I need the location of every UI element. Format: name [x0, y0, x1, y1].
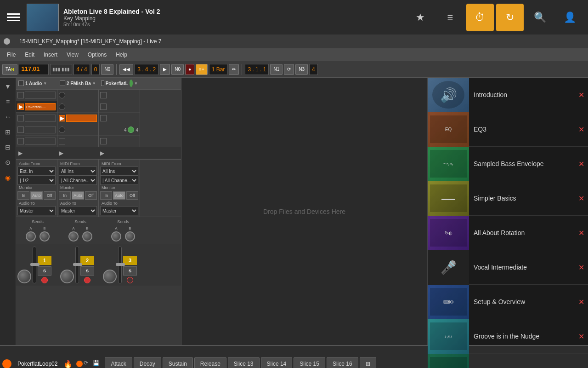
- mode-n0[interactable]: N0: [101, 64, 113, 75]
- fader-handle-2[interactable]: [73, 263, 82, 266]
- fader-handle-3[interactable]: [116, 263, 125, 266]
- clip-activate-1-1[interactable]: [17, 92, 24, 98]
- tab-slice16[interactable]: Slice 16: [327, 357, 358, 368]
- clip-slot-3-2[interactable]: [99, 101, 140, 113]
- menu-options[interactable]: Options: [83, 50, 111, 60]
- lesson-close-intro[interactable]: ✕: [574, 78, 588, 112]
- lesson-close-eq3[interactable]: ✕: [574, 112, 588, 147]
- audio-from-select[interactable]: Ext. In: [17, 167, 56, 176]
- tab-decay[interactable]: Decay: [134, 357, 161, 368]
- instr-save-icon[interactable]: 💾: [93, 360, 101, 368]
- monitor-in-3[interactable]: In: [100, 191, 112, 200]
- clip-slot-3-4[interactable]: 4 4: [99, 124, 140, 136]
- pencil-btn[interactable]: ✏: [229, 64, 239, 75]
- audio-ch-select[interactable]: | 1/2: [17, 176, 56, 185]
- refresh-icon[interactable]: ↻: [496, 4, 524, 31]
- midi-ch-select-2[interactable]: | All Channe...: [100, 176, 138, 185]
- clip-slot-1-4[interactable]: [16, 124, 57, 136]
- menu-file[interactable]: File: [2, 50, 20, 60]
- tab-slice15[interactable]: Slice 15: [294, 357, 325, 368]
- clip-activate-1-4[interactable]: [17, 126, 24, 133]
- monitor-off-3[interactable]: Off: [126, 191, 138, 200]
- tab-attack[interactable]: Attack: [105, 357, 132, 368]
- hamburger-menu[interactable]: [5, 11, 22, 23]
- sidebar-metronome-icon[interactable]: ◉: [1, 171, 14, 184]
- lesson-item-setup[interactable]: ⌨⚙ Setup & Overview ✕: [428, 285, 588, 319]
- n3-btn[interactable]: N3: [295, 64, 308, 75]
- lesson-close-simpler[interactable]: ✕: [574, 181, 588, 216]
- scene-launch-3[interactable]: ▶: [100, 150, 104, 156]
- clip-slot-1-3[interactable]: [16, 113, 57, 124]
- lesson-item-eq3[interactable]: EQ EQ3 ✕: [428, 112, 588, 147]
- instr-icon-small[interactable]: [76, 361, 83, 367]
- lesson-close-rotation[interactable]: ✕: [574, 216, 588, 250]
- monitor-in-1[interactable]: In: [17, 191, 29, 200]
- send-a-knob-1[interactable]: [26, 231, 36, 242]
- tab-grid[interactable]: ⊞: [360, 357, 376, 368]
- tab-sustain[interactable]: Sustain: [163, 357, 193, 368]
- midi-ch-select-1[interactable]: | All Channe...: [59, 176, 97, 185]
- lesson-close-groove[interactable]: ✕: [574, 319, 588, 354]
- clip-activate-3-3[interactable]: [100, 115, 107, 121]
- lesson-close-setup[interactable]: ✕: [574, 285, 588, 319]
- track-2-header[interactable]: 2 FMish Ba ▼: [57, 78, 99, 89]
- solo-btn-3[interactable]: S: [123, 266, 137, 276]
- sidebar-view-icon[interactable]: ▼: [1, 80, 14, 93]
- zero-display[interactable]: 0: [91, 64, 100, 75]
- track-arm-3[interactable]: [127, 277, 133, 283]
- sidebar-lock-icon[interactable]: ⊟: [1, 141, 14, 154]
- monitor-auto-3[interactable]: Auto: [113, 191, 125, 200]
- clip-activate-1-5[interactable]: [17, 138, 24, 144]
- tempo-display[interactable]: 117.01: [19, 64, 49, 75]
- prev-btn[interactable]: ◀◀: [119, 64, 133, 75]
- clip-activate-2-5[interactable]: [59, 138, 65, 144]
- drop-zone[interactable]: Drop Files and Devices Here: [181, 78, 427, 345]
- clip-activate-1-3[interactable]: [17, 115, 24, 121]
- lesson-close-vocal[interactable]: ✕: [574, 250, 588, 285]
- clip-slot-1-1[interactable]: [16, 90, 57, 101]
- solo-btn-2[interactable]: S: [80, 266, 94, 276]
- fader-handle-1[interactable]: [30, 263, 40, 266]
- send-b-knob-3[interactable]: [125, 231, 135, 242]
- clip-slot-2-4[interactable]: [57, 124, 98, 136]
- n1-btn[interactable]: N1: [270, 64, 283, 75]
- search-icon[interactable]: 🔍: [526, 4, 554, 31]
- track-1-header[interactable]: 1 Audio ▼: [16, 78, 57, 89]
- menu-view[interactable]: View: [62, 50, 83, 60]
- menu-insert[interactable]: Insert: [39, 50, 62, 60]
- tab-release[interactable]: Release: [194, 357, 226, 368]
- channel-num-3[interactable]: 3: [123, 256, 137, 265]
- clip-activate-3-2[interactable]: [100, 104, 107, 110]
- monitor-auto-1[interactable]: Auto: [30, 191, 42, 200]
- sidebar-record-icon[interactable]: ⊙: [1, 156, 14, 169]
- send-b-knob-2[interactable]: [82, 231, 92, 242]
- window-close-btn[interactable]: [4, 38, 10, 45]
- bar-display[interactable]: 1 Bar: [209, 64, 228, 75]
- track-arm-2[interactable]: [84, 277, 90, 283]
- scene-launch-1[interactable]: ▶: [18, 150, 23, 156]
- list-icon[interactable]: ≡: [436, 4, 464, 31]
- monitor-off-1[interactable]: Off: [44, 191, 56, 200]
- send-a-knob-3[interactable]: [111, 231, 121, 242]
- scene-launch-2[interactable]: ▶: [59, 150, 63, 156]
- channel-num-2[interactable]: 2: [80, 256, 94, 265]
- volume-knob-2[interactable]: [60, 270, 74, 283]
- favorites-icon[interactable]: ★: [407, 4, 434, 31]
- midi-from-select-2[interactable]: All Ins: [100, 167, 138, 176]
- clip-slot-1-5[interactable]: [16, 136, 57, 147]
- clip-activate-3-1[interactable]: [100, 92, 107, 98]
- tab-slice13[interactable]: Slice 13: [228, 357, 260, 368]
- clip-slot-3-3[interactable]: [99, 113, 140, 124]
- lesson-close-sbe[interactable]: ✕: [574, 147, 588, 181]
- sidebar-scene-icon[interactable]: ⊞: [1, 126, 14, 138]
- sidebar-arrow-icon[interactable]: ↔: [1, 110, 14, 123]
- clip-slot-2-3[interactable]: ▶: [57, 113, 98, 124]
- volume-knob-3[interactable]: [103, 270, 117, 283]
- clip-play-2-3[interactable]: ▶: [59, 115, 65, 121]
- time-sig-display[interactable]: 4 / 4: [74, 64, 90, 75]
- menu-help[interactable]: Help: [111, 50, 132, 60]
- audio-to-select-2[interactable]: Master: [59, 206, 97, 215]
- menu-edit[interactable]: Edit: [20, 50, 39, 60]
- clip-play-1-2[interactable]: ▶: [17, 104, 24, 110]
- transport-tab[interactable]: TAN: [2, 64, 17, 75]
